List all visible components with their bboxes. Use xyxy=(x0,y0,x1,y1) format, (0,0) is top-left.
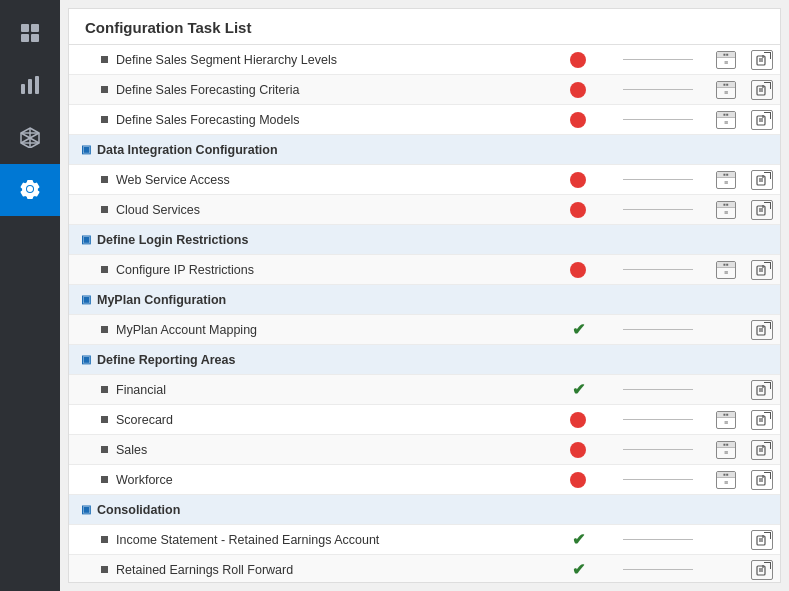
action-icon[interactable] xyxy=(751,260,773,280)
chart-icon xyxy=(19,74,41,99)
action-icon[interactable] xyxy=(751,560,773,580)
task-label: Define Sales Forecasting Models xyxy=(116,113,299,127)
action-icon[interactable] xyxy=(751,440,773,460)
date-cell xyxy=(608,179,708,180)
svg-rect-3 xyxy=(31,34,39,42)
calendar-icon[interactable]: ▪▪ ≡ xyxy=(716,171,736,189)
task-row: Web Service Access ▪▪ ≡ xyxy=(69,165,780,195)
main-content: Configuration Task List Define Sales Seg… xyxy=(68,8,781,583)
action-icon[interactable] xyxy=(751,320,773,340)
bullet-icon xyxy=(101,86,108,93)
calendar-icon[interactable]: ▪▪ ≡ xyxy=(716,201,736,219)
bullet-icon xyxy=(101,446,108,453)
sidebar-item-grid[interactable] xyxy=(0,8,60,60)
status-green-check: ✔ xyxy=(572,530,585,549)
task-label: Workforce xyxy=(116,473,173,487)
svg-rect-2 xyxy=(21,34,29,42)
date-line xyxy=(623,419,693,420)
settings-icon xyxy=(19,178,41,203)
network-icon xyxy=(19,126,41,151)
collapse-icon[interactable]: ▣ xyxy=(81,353,91,366)
status-cell xyxy=(548,82,608,98)
calendar-icon[interactable]: ▪▪ ≡ xyxy=(716,111,736,129)
calendar-icon[interactable]: ▪▪ ≡ xyxy=(716,261,736,279)
collapse-icon[interactable]: ▣ xyxy=(81,233,91,246)
sidebar-item-network[interactable] xyxy=(0,112,60,164)
date-line xyxy=(623,329,693,330)
calendar-cell: ▪▪ ≡ xyxy=(708,171,744,189)
action-icon[interactable] xyxy=(751,50,773,70)
bullet-icon xyxy=(101,416,108,423)
status-red-dot xyxy=(570,262,586,278)
action-cell xyxy=(744,560,780,580)
task-label: Financial xyxy=(116,383,166,397)
calendar-icon[interactable]: ▪▪ ≡ xyxy=(716,441,736,459)
bullet-icon xyxy=(101,536,108,543)
date-line xyxy=(623,59,693,60)
sidebar xyxy=(0,0,60,591)
bullet-icon xyxy=(101,566,108,573)
task-name: Income Statement - Retained Earnings Acc… xyxy=(69,533,548,547)
collapse-icon[interactable]: ▣ xyxy=(81,503,91,516)
task-name: Retained Earnings Roll Forward xyxy=(69,563,548,577)
status-cell: ✔ xyxy=(548,320,608,339)
date-line xyxy=(623,479,693,480)
task-label: Define Sales Forecasting Criteria xyxy=(116,83,299,97)
task-row: Configure IP Restrictions ▪▪ ≡ xyxy=(69,255,780,285)
status-cell xyxy=(548,52,608,68)
bullet-icon xyxy=(101,116,108,123)
bullet-icon xyxy=(101,386,108,393)
sidebar-item-settings[interactable] xyxy=(0,164,60,216)
calendar-icon[interactable]: ▪▪ ≡ xyxy=(716,81,736,99)
section-name: ▣ Consolidation xyxy=(69,503,548,517)
action-cell xyxy=(744,320,780,340)
action-icon[interactable] xyxy=(751,380,773,400)
date-cell xyxy=(608,419,708,420)
status-red-dot xyxy=(570,442,586,458)
status-green-check: ✔ xyxy=(572,320,585,339)
action-icon[interactable] xyxy=(751,200,773,220)
task-label: Income Statement - Retained Earnings Acc… xyxy=(116,533,379,547)
status-cell: ✔ xyxy=(548,380,608,399)
task-list: Define Sales Segment Hierarchy Levels ▪▪… xyxy=(69,45,780,582)
action-icon[interactable] xyxy=(751,470,773,490)
action-icon[interactable] xyxy=(751,410,773,430)
action-icon[interactable] xyxy=(751,80,773,100)
task-label: Retained Earnings Roll Forward xyxy=(116,563,293,577)
action-cell xyxy=(744,50,780,70)
calendar-icon[interactable]: ▪▪ ≡ xyxy=(716,471,736,489)
action-icon[interactable] xyxy=(751,530,773,550)
date-line xyxy=(623,539,693,540)
task-name: Web Service Access xyxy=(69,173,548,187)
section-label: Data Integration Configuration xyxy=(97,143,278,157)
date-line xyxy=(623,209,693,210)
action-icon[interactable] xyxy=(751,110,773,130)
date-line xyxy=(623,119,693,120)
collapse-icon[interactable]: ▣ xyxy=(81,293,91,306)
action-icon[interactable] xyxy=(751,170,773,190)
date-cell xyxy=(608,389,708,390)
status-red-dot xyxy=(570,412,586,428)
task-row: MyPlan Account Mapping ✔ xyxy=(69,315,780,345)
task-name: Define Sales Forecasting Models xyxy=(69,113,548,127)
action-cell xyxy=(744,530,780,550)
status-cell xyxy=(548,172,608,188)
collapse-icon[interactable]: ▣ xyxy=(81,143,91,156)
date-line xyxy=(623,389,693,390)
date-cell xyxy=(608,479,708,480)
status-red-dot xyxy=(570,112,586,128)
calendar-icon[interactable]: ▪▪ ≡ xyxy=(716,51,736,69)
section-header-row: ▣ Consolidation xyxy=(69,495,780,525)
status-cell xyxy=(548,442,608,458)
task-name: Define Sales Forecasting Criteria xyxy=(69,83,548,97)
section-label: Consolidation xyxy=(97,503,180,517)
task-label: Define Sales Segment Hierarchy Levels xyxy=(116,53,337,67)
task-row: Scorecard ▪▪ ≡ xyxy=(69,405,780,435)
task-label: Configure IP Restrictions xyxy=(116,263,254,277)
bullet-icon xyxy=(101,326,108,333)
task-name: Scorecard xyxy=(69,413,548,427)
task-row: Define Sales Forecasting Models ▪▪ ≡ xyxy=(69,105,780,135)
calendar-cell: ▪▪ ≡ xyxy=(708,201,744,219)
calendar-icon[interactable]: ▪▪ ≡ xyxy=(716,411,736,429)
sidebar-item-chart[interactable] xyxy=(0,60,60,112)
